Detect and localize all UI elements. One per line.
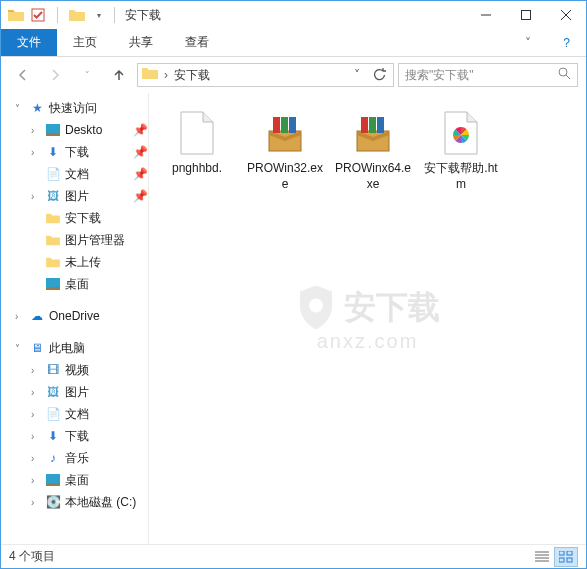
sidebar-item-unupload[interactable]: 未上传 [1, 251, 148, 273]
sidebar-item-desktop2[interactable]: 桌面 [1, 273, 148, 295]
sidebar-item-pictures[interactable]: ›🖼图片📌 [1, 185, 148, 207]
watermark: 安下载 anxz.com [296, 285, 440, 352]
svg-rect-4 [46, 133, 60, 136]
view-details-button[interactable] [530, 547, 554, 567]
sidebar-item-localdisk[interactable]: ›💽本地磁盘 (C:) [1, 491, 148, 513]
expand-icon[interactable]: › [31, 387, 41, 398]
sidebar-item-desktop3[interactable]: ›桌面 [1, 469, 148, 491]
desktop-icon [45, 472, 61, 488]
file-label: pnghhbd. [172, 161, 222, 177]
expand-icon[interactable]: › [15, 311, 25, 322]
sidebar-item-pictures2[interactable]: ›🖼图片 [1, 381, 148, 403]
file-item[interactable]: 安下载帮助.htm [417, 105, 505, 196]
blank-file-icon [173, 109, 221, 157]
tab-share[interactable]: 共享 [113, 29, 169, 56]
properties-icon[interactable] [29, 6, 47, 24]
sidebar-this-pc[interactable]: ˅🖥此电脑 [1, 337, 148, 359]
svg-rect-21 [567, 558, 572, 562]
collapse-icon[interactable]: ˅ [15, 343, 25, 354]
download-icon: ⬇ [45, 144, 61, 160]
pin-icon: 📌 [132, 188, 148, 204]
refresh-icon[interactable] [369, 65, 389, 85]
qat-dropdown-icon[interactable]: ▾ [90, 6, 108, 24]
folder-icon [45, 232, 61, 248]
nav-back-button[interactable] [9, 61, 37, 89]
sidebar-item-downloads[interactable]: ›⬇下载📌 [1, 141, 148, 163]
expand-icon[interactable]: › [31, 409, 41, 420]
sidebar-item-desktop[interactable]: ›Deskto📌 [1, 119, 148, 141]
file-label: PROWin32.exe [245, 161, 325, 192]
sidebar-item-videos[interactable]: ›🎞视频 [1, 359, 148, 381]
expand-icon[interactable]: › [31, 453, 41, 464]
installer-icon [349, 109, 397, 157]
sidebar-onedrive[interactable]: ›☁OneDrive [1, 305, 148, 327]
nav-forward-button[interactable] [41, 61, 69, 89]
svg-rect-8 [46, 483, 60, 486]
expand-icon[interactable]: › [31, 431, 41, 442]
svg-rect-16 [377, 117, 384, 133]
installer-icon [261, 109, 309, 157]
file-item[interactable]: PROWin32.exe [241, 105, 329, 196]
collapse-icon[interactable]: ˅ [15, 103, 25, 114]
breadcrumb-dropdown-icon[interactable]: ˅ [347, 65, 367, 85]
sidebar-item-downloads2[interactable]: ›⬇下载 [1, 425, 148, 447]
status-bar: 4 个项目 [1, 544, 586, 568]
expand-icon[interactable]: › [31, 475, 41, 486]
breadcrumb[interactable]: › 安下载 ˅ [137, 63, 394, 87]
close-button[interactable] [546, 1, 586, 29]
expand-icon[interactable]: › [31, 191, 41, 202]
breadcrumb-folder-icon [142, 66, 160, 84]
folder-icon [7, 6, 25, 24]
svg-point-2 [559, 68, 567, 76]
download-icon: ⬇ [45, 428, 61, 444]
sidebar-quick-access[interactable]: ˅ ★ 快速访问 [1, 97, 148, 119]
pictures-icon: 🖼 [45, 384, 61, 400]
maximize-button[interactable] [506, 1, 546, 29]
file-view[interactable]: pnghhbd. PROWin32.exe PROWinx64.exe 安下载帮… [149, 93, 586, 544]
navigation-pane[interactable]: ˅ ★ 快速访问 ›Deskto📌 ›⬇下载📌 📄文档📌 ›🖼图片📌 安下载 图… [1, 93, 149, 544]
nav-up-button[interactable] [105, 61, 133, 89]
folder-icon [45, 210, 61, 226]
pictures-icon: 🖼 [45, 188, 61, 204]
folder-icon [45, 254, 61, 270]
expand-icon[interactable]: › [31, 497, 41, 508]
sidebar-item-music[interactable]: ›♪音乐 [1, 447, 148, 469]
disk-icon: 💽 [45, 494, 61, 510]
view-icons-button[interactable] [554, 547, 578, 567]
star-icon: ★ [29, 100, 45, 116]
document-icon: 📄 [45, 166, 61, 182]
nav-recent-dropdown[interactable]: ˅ [73, 61, 101, 89]
sidebar-item-picmgr[interactable]: 图片管理器 [1, 229, 148, 251]
expand-icon[interactable]: › [31, 365, 41, 376]
svg-point-17 [309, 298, 323, 312]
sidebar-item-anxz[interactable]: 安下载 [1, 207, 148, 229]
document-icon: 📄 [45, 406, 61, 422]
tab-home[interactable]: 主页 [57, 29, 113, 56]
titlebar: ▾ 安下载 [1, 1, 586, 29]
svg-rect-10 [273, 117, 280, 133]
ribbon-expand-icon[interactable]: ˅ [509, 29, 547, 56]
window-title: 安下载 [125, 7, 161, 24]
search-input[interactable]: 搜索"安下载" [398, 63, 578, 87]
expand-icon[interactable]: › [31, 147, 41, 158]
pin-icon: 📌 [132, 122, 148, 138]
tab-view[interactable]: 查看 [169, 29, 225, 56]
sidebar-item-documents2[interactable]: ›📄文档 [1, 403, 148, 425]
sidebar-item-documents[interactable]: 📄文档📌 [1, 163, 148, 185]
breadcrumb-item[interactable]: 安下载 [172, 67, 212, 84]
ribbon: 文件 主页 共享 查看 ˅ ? [1, 29, 586, 57]
file-label: PROWinx64.exe [333, 161, 413, 192]
file-item[interactable]: PROWinx64.exe [329, 105, 417, 196]
expand-icon[interactable]: › [31, 125, 41, 136]
onedrive-icon: ☁ [29, 308, 45, 324]
chevron-right-icon[interactable]: › [162, 68, 170, 82]
minimize-button[interactable] [466, 1, 506, 29]
svg-rect-15 [369, 117, 376, 133]
folder-small-icon [68, 6, 86, 24]
file-tab[interactable]: 文件 [1, 29, 57, 56]
address-bar: ˅ › 安下载 ˅ 搜索"安下载" [1, 57, 586, 93]
file-item[interactable]: pnghhbd. [153, 105, 241, 196]
svg-rect-6 [46, 287, 60, 290]
ribbon-help-icon[interactable]: ? [547, 29, 586, 56]
svg-rect-11 [281, 117, 288, 133]
